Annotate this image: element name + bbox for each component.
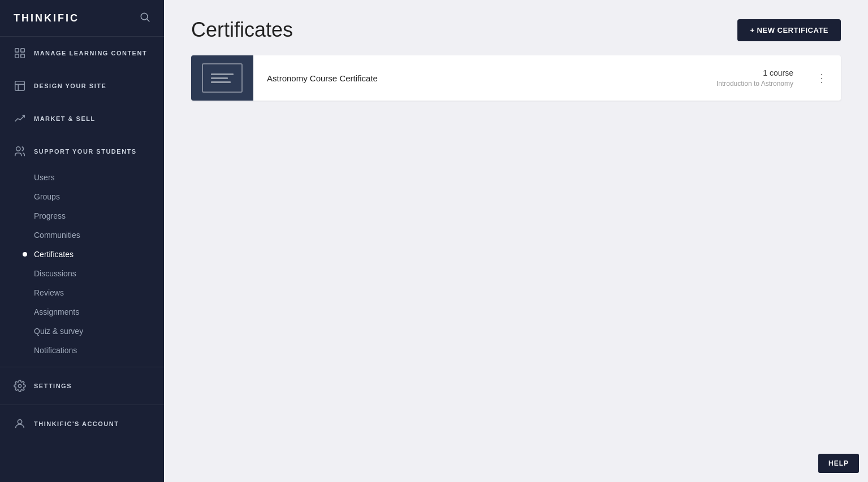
certificate-course-name: Introduction to Astronomy bbox=[716, 80, 793, 88]
search-button[interactable] bbox=[139, 11, 150, 25]
certificate-name: Astronomy Course Certificate bbox=[267, 73, 703, 83]
certificate-card: Astronomy Course Certificate 1 course In… bbox=[191, 55, 841, 101]
nav-design-site[interactable]: DESIGN YOUR SITE bbox=[0, 70, 164, 102]
support-subitems: Users Groups Progress Communities Certif… bbox=[0, 168, 164, 364]
nav-support-students[interactable]: SUPPORT YOUR STUDENTS bbox=[0, 135, 164, 168]
svg-rect-5 bbox=[21, 54, 24, 58]
nav-section-manage: MANAGE LEARNING CONTENT bbox=[0, 37, 164, 70]
sidebar-item-groups[interactable]: Groups bbox=[0, 187, 164, 206]
svg-point-11 bbox=[18, 420, 21, 424]
logo-text: THINKIFIC bbox=[14, 12, 79, 24]
svg-rect-6 bbox=[15, 81, 25, 91]
sidebar-item-progress[interactable]: Progress bbox=[0, 206, 164, 225]
account-icon bbox=[14, 418, 26, 430]
sidebar: THINKIFIC MANAGE LEARNING CONTENT bbox=[0, 0, 164, 482]
svg-point-10 bbox=[18, 384, 21, 388]
sidebar-item-quiz-survey[interactable]: Quiz & survey bbox=[0, 322, 164, 341]
nav-market-label: MARKET & SELL bbox=[34, 115, 96, 122]
sidebar-item-communities[interactable]: Communities bbox=[0, 225, 164, 245]
sidebar-item-assignments[interactable]: Assignments bbox=[0, 302, 164, 322]
certificate-info: Astronomy Course Certificate bbox=[253, 64, 716, 92]
layout-icon bbox=[14, 80, 26, 92]
certificate-course-count: 1 course bbox=[716, 68, 793, 77]
nav-section-market: MARKET & SELL bbox=[0, 102, 164, 135]
sidebar-item-users[interactable]: Users bbox=[0, 168, 164, 187]
certificate-actions: ⋮ bbox=[802, 70, 841, 86]
grid-icon bbox=[14, 47, 26, 59]
nav-support-label: SUPPORT YOUR STUDENTS bbox=[34, 148, 137, 155]
nav-design-label: DESIGN YOUR SITE bbox=[34, 82, 106, 89]
svg-point-9 bbox=[16, 147, 20, 151]
nav-section-account: THINKIFIC'S ACCOUNT bbox=[0, 407, 164, 440]
page-header: Certificates + NEW CERTIFICATE bbox=[164, 0, 868, 55]
sidebar-item-notifications[interactable]: Notifications bbox=[0, 341, 164, 360]
cert-line-3 bbox=[211, 81, 231, 83]
users-icon bbox=[14, 145, 26, 158]
svg-rect-3 bbox=[21, 49, 24, 52]
nav-manage-learning[interactable]: MANAGE LEARNING CONTENT bbox=[0, 37, 164, 70]
svg-rect-2 bbox=[15, 49, 19, 52]
sidebar-item-reviews[interactable]: Reviews bbox=[0, 283, 164, 302]
nav-section-settings: SETTINGS bbox=[0, 370, 164, 402]
help-button[interactable]: HELP bbox=[818, 454, 859, 473]
search-icon bbox=[139, 11, 150, 23]
gear-icon bbox=[14, 380, 26, 392]
page-title: Certificates bbox=[191, 18, 293, 42]
main-content: Certificates + NEW CERTIFICATE Astronomy… bbox=[164, 0, 868, 482]
new-certificate-button[interactable]: + NEW CERTIFICATE bbox=[737, 19, 841, 41]
cert-line-1 bbox=[211, 73, 234, 75]
nav-section-design: DESIGN YOUR SITE bbox=[0, 70, 164, 102]
nav-section-support: SUPPORT YOUR STUDENTS Users Groups Progr… bbox=[0, 135, 164, 364]
sidebar-logo: THINKIFIC bbox=[0, 0, 164, 37]
svg-line-1 bbox=[147, 19, 150, 22]
sidebar-item-certificates[interactable]: Certificates bbox=[0, 245, 164, 264]
nav-market-sell[interactable]: MARKET & SELL bbox=[0, 102, 164, 135]
cert-thumb-lines bbox=[211, 73, 234, 83]
nav-manage-label: MANAGE LEARNING CONTENT bbox=[34, 50, 147, 57]
certificate-thumbnail bbox=[191, 55, 253, 101]
divider-2 bbox=[0, 405, 164, 405]
cert-line-2 bbox=[211, 77, 228, 79]
certificate-list: Astronomy Course Certificate 1 course In… bbox=[164, 55, 868, 101]
sidebar-item-discussions[interactable]: Discussions bbox=[0, 264, 164, 283]
certificate-meta: 1 course Introduction to Astronomy bbox=[716, 68, 802, 88]
svg-point-0 bbox=[141, 13, 148, 20]
nav-settings-label: SETTINGS bbox=[34, 383, 72, 389]
nav-settings[interactable]: SETTINGS bbox=[0, 370, 164, 402]
certificate-more-button[interactable]: ⋮ bbox=[811, 70, 832, 86]
chart-icon bbox=[14, 112, 26, 125]
nav-account-label: THINKIFIC'S ACCOUNT bbox=[34, 420, 119, 427]
nav-account[interactable]: THINKIFIC'S ACCOUNT bbox=[0, 407, 164, 440]
svg-rect-4 bbox=[15, 54, 19, 58]
cert-thumb-inner bbox=[202, 63, 243, 93]
divider-1 bbox=[0, 367, 164, 367]
